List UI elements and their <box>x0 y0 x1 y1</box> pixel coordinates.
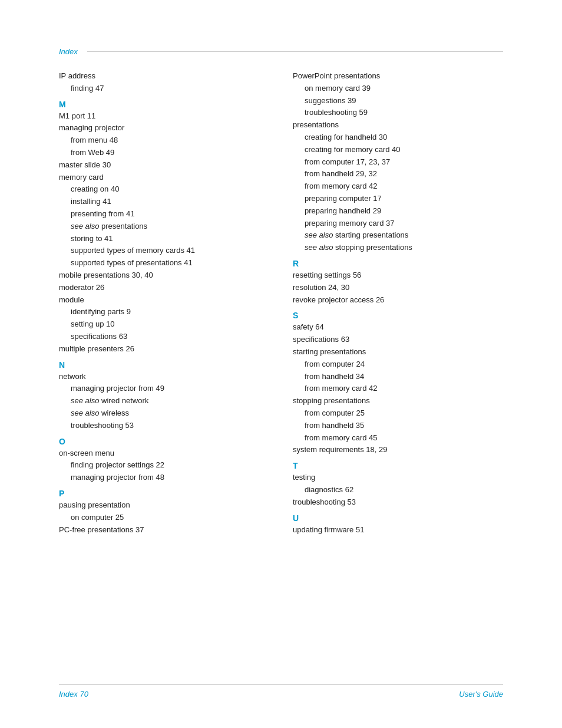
entry-sub: from computer 24 <box>293 358 503 371</box>
entry-main: updating firmware 51 <box>293 524 503 536</box>
index-section: Ppausing presentationon computer 25PC-fr… <box>59 489 269 536</box>
entry-sub: installing 41 <box>59 196 269 208</box>
entry-sub: troubleshooting 59 <box>293 107 503 119</box>
entry-main: troubleshooting 53 <box>293 496 503 509</box>
section-letter: P <box>59 489 269 498</box>
header-title: Index <box>59 47 78 56</box>
entry-sub: storing to 41 <box>59 233 269 245</box>
entry-main: revoke projector access 26 <box>293 294 503 307</box>
entry-see-also: see also starting presentations <box>293 229 503 242</box>
section-letter: U <box>293 513 503 523</box>
entry-sub: from memory card 45 <box>293 432 503 444</box>
entry-sub: from computer 25 <box>293 407 503 420</box>
entry-main: presentations <box>293 119 503 131</box>
index-section: Ttestingdiagnostics 62troubleshooting 53 <box>293 461 503 508</box>
entry-sub: from handheld 34 <box>293 371 503 383</box>
section-letter: O <box>59 437 269 446</box>
entry-main: M1 port 11 <box>59 110 269 123</box>
entry-sub: specifications 63 <box>59 331 269 343</box>
header-divider <box>87 51 503 52</box>
index-section: Nnetworkmanaging projector from 49see al… <box>59 360 269 432</box>
page-header: Index <box>59 47 503 56</box>
left-column: IP addressfinding 47MM1 port 11managing … <box>59 70 269 541</box>
index-section: Uupdating firmware 51 <box>293 513 503 536</box>
entry-sub: from handheld 35 <box>293 420 503 432</box>
entry-sub: from computer 17, 23, 37 <box>293 156 503 169</box>
entry-sub: identifying parts 9 <box>59 306 269 318</box>
index-section: Rresetting settings 56resolution 24, 30r… <box>293 259 503 306</box>
entry-sub: managing projector from 48 <box>59 472 269 484</box>
entry-main: managing projector <box>59 122 269 134</box>
entry-main: PC-free presentations 37 <box>59 524 269 536</box>
entry-main: moderator 26 <box>59 282 269 294</box>
entry-sub: setting up 10 <box>59 318 269 331</box>
entry-main: IP address <box>59 70 269 83</box>
entry-main: network <box>59 371 269 383</box>
index-section: IP addressfinding 47 <box>59 70 269 95</box>
entry-main: master slide 30 <box>59 159 269 172</box>
entry-sub: presenting from 41 <box>59 208 269 220</box>
page: Index IP addressfinding 47MM1 port 11man… <box>0 0 562 728</box>
section-letter: R <box>293 259 503 268</box>
entry-sub: creating on 40 <box>59 183 269 196</box>
entry-main: testing <box>293 472 503 484</box>
entry-see-also: see also wired network <box>59 395 269 407</box>
entry-see-also: see also presentations <box>59 220 269 233</box>
section-letter: N <box>59 360 269 370</box>
entry-main: module <box>59 294 269 307</box>
footer-right: User's Guide <box>459 690 503 699</box>
entry-main: stopping presentations <box>293 395 503 407</box>
entry-main: starting presentations <box>293 346 503 358</box>
entry-sub: preparing handheld 29 <box>293 205 503 218</box>
entry-main: safety 64 <box>293 321 503 334</box>
entry-main: memory card <box>59 172 269 184</box>
entry-sub: managing projector from 49 <box>59 383 269 395</box>
entry-sub: from memory card 42 <box>293 383 503 395</box>
entry-sub: creating for handheld 30 <box>293 131 503 144</box>
entry-sub: supported types of presentations 41 <box>59 257 269 269</box>
page-footer: Index 70 User's Guide <box>59 684 503 699</box>
entry-main: mobile presentations 30, 40 <box>59 269 269 282</box>
entry-sub: supported types of memory cards 41 <box>59 245 269 257</box>
entry-main: on-screen menu <box>59 447 269 460</box>
index-section: Ssafety 64specifications 63starting pres… <box>293 311 503 456</box>
entry-sub: from Web 49 <box>59 147 269 159</box>
index-section: MM1 port 11managing projectorfrom menu 4… <box>59 100 269 355</box>
entry-sub: creating for memory card 40 <box>293 144 503 156</box>
entry-sub: finding 47 <box>59 83 269 95</box>
index-content: IP addressfinding 47MM1 port 11managing … <box>59 70 503 541</box>
entry-main: specifications 63 <box>293 334 503 346</box>
entry-sub: from menu 48 <box>59 134 269 147</box>
entry-sub: on computer 25 <box>59 512 269 524</box>
entry-see-also: see also wireless <box>59 407 269 420</box>
entry-sub: suggestions 39 <box>293 95 503 107</box>
entry-main: pausing presentation <box>59 499 269 512</box>
right-column: PowerPoint presentationson memory card 3… <box>293 70 503 541</box>
entry-see-also: see also stopping presentations <box>293 242 503 254</box>
entry-sub: finding projector settings 22 <box>59 459 269 472</box>
entry-main: multiple presenters 26 <box>59 343 269 355</box>
index-section: Oon-screen menufinding projector setting… <box>59 437 269 484</box>
entry-main: resolution 24, 30 <box>293 282 503 294</box>
entry-main: system requirements 18, 29 <box>293 444 503 456</box>
entry-sub: troubleshooting 53 <box>59 420 269 432</box>
entry-main: resetting settings 56 <box>293 269 503 282</box>
section-letter: M <box>59 100 269 109</box>
entry-sub: from handheld 29, 32 <box>293 168 503 180</box>
entry-sub: from memory card 42 <box>293 180 503 193</box>
index-section: PowerPoint presentationson memory card 3… <box>293 70 503 254</box>
section-letter: S <box>293 311 503 320</box>
section-letter: T <box>293 461 503 470</box>
entry-main: PowerPoint presentations <box>293 70 503 83</box>
entry-sub: preparing computer 17 <box>293 193 503 205</box>
entry-sub: diagnostics 62 <box>293 484 503 496</box>
entry-sub: preparing memory card 37 <box>293 218 503 230</box>
footer-left: Index 70 <box>59 690 88 699</box>
entry-sub: on memory card 39 <box>293 83 503 95</box>
